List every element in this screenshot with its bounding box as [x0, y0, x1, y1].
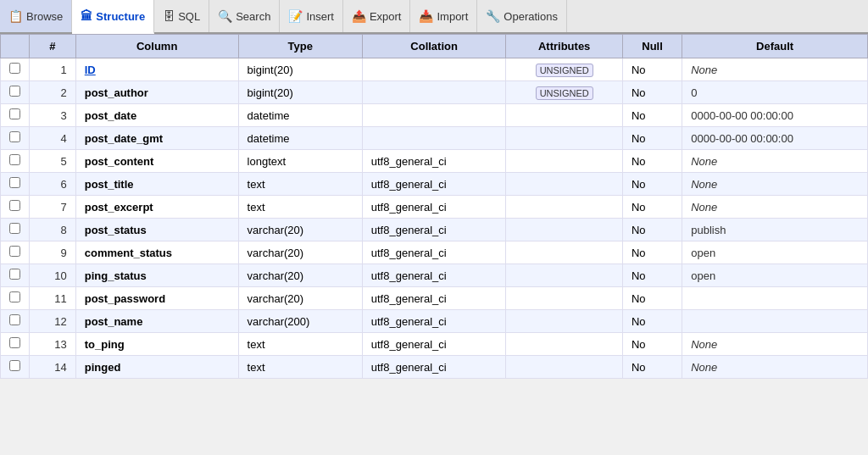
row-checkbox[interactable] — [9, 360, 20, 371]
row-null: No — [622, 241, 682, 264]
row-null: No — [622, 104, 682, 127]
tab-structure[interactable]: Structure — [72, 0, 154, 34]
row-column-name: post_excerpt — [75, 196, 238, 219]
row-type: text — [238, 173, 362, 196]
row-checkbox-cell — [1, 333, 30, 356]
row-checkbox[interactable] — [9, 154, 20, 165]
table-row: 12post_namevarchar(200)utf8_general_ciNo — [1, 310, 868, 333]
row-checkbox[interactable] — [9, 200, 20, 211]
row-num: 5 — [30, 150, 76, 173]
row-type: text — [238, 356, 362, 379]
row-null: No — [622, 150, 682, 173]
tab-import[interactable]: Import — [410, 0, 477, 32]
row-default: 0000-00-00 00:00:00 — [682, 127, 868, 150]
row-checkbox-cell — [1, 241, 30, 264]
row-attributes — [506, 150, 622, 173]
tab-browse[interactable]: Browse — [0, 0, 72, 32]
table-row: 5post_contentlongtextutf8_general_ciNoNo… — [1, 150, 868, 173]
tab-import-label: Import — [437, 10, 468, 23]
toolbar: Browse Structure SQL Search Insert Expor… — [0, 0, 868, 34]
row-column-name: post_password — [75, 287, 238, 310]
row-default: 0000-00-00 00:00:00 — [682, 104, 868, 127]
col-header-collation: Collation — [362, 35, 506, 58]
structure-table-container: # Column Type Collation Attributes Null … — [0, 34, 868, 379]
row-collation: utf8_general_ci — [362, 173, 506, 196]
row-null: No — [622, 310, 682, 333]
row-type: varchar(20) — [238, 287, 362, 310]
row-checkbox[interactable] — [9, 269, 20, 280]
tab-sql-label: SQL — [178, 10, 200, 23]
row-collation — [362, 81, 506, 104]
row-checkbox-cell — [1, 219, 30, 241]
row-num: 13 — [30, 333, 76, 356]
row-checkbox[interactable] — [9, 291, 20, 302]
row-checkbox[interactable] — [9, 108, 20, 119]
table-row: 3post_datedatetimeNo0000-00-00 00:00:00 — [1, 104, 868, 127]
export-icon — [352, 9, 366, 23]
row-checkbox[interactable] — [9, 86, 20, 97]
tab-export[interactable]: Export — [343, 0, 411, 32]
row-column-name: post_content — [75, 150, 238, 173]
row-type: bigint(20) — [238, 58, 362, 81]
row-num: 4 — [30, 127, 76, 150]
row-type: text — [238, 196, 362, 219]
row-checkbox[interactable] — [9, 223, 20, 234]
column-link[interactable]: ID — [85, 64, 96, 76]
row-column-name: post_date — [75, 104, 238, 127]
table-row: 13to_pingtextutf8_general_ciNoNone — [1, 333, 868, 356]
row-checkbox-cell — [1, 196, 30, 219]
col-header-checkbox — [1, 35, 30, 58]
row-checkbox[interactable] — [9, 246, 20, 257]
row-checkbox-cell — [1, 310, 30, 333]
tab-structure-label: Structure — [96, 10, 145, 23]
row-null: No — [622, 264, 682, 287]
row-type: varchar(20) — [238, 264, 362, 287]
row-column-name: ping_status — [75, 264, 238, 287]
row-attributes — [506, 219, 622, 241]
row-num: 11 — [30, 287, 76, 310]
row-checkbox[interactable] — [9, 337, 20, 348]
row-checkbox-cell — [1, 356, 30, 379]
row-type: datetime — [238, 127, 362, 150]
col-header-attributes: Attributes — [506, 35, 622, 58]
row-num: 1 — [30, 58, 76, 81]
tab-search[interactable]: Search — [209, 0, 280, 32]
row-checkbox[interactable] — [9, 314, 20, 325]
row-default: publish — [682, 219, 868, 241]
row-attributes — [506, 104, 622, 127]
row-collation: utf8_general_ci — [362, 196, 506, 219]
row-column-name[interactable]: ID — [75, 58, 238, 81]
table-row: 4post_date_gmtdatetimeNo0000-00-00 00:00… — [1, 127, 868, 150]
row-checkbox-cell — [1, 127, 30, 150]
table-row: 9comment_statusvarchar(20)utf8_general_c… — [1, 241, 868, 264]
row-checkbox-cell — [1, 81, 30, 104]
row-checkbox[interactable] — [9, 63, 20, 74]
table-row: 7post_excerpttextutf8_general_ciNoNone — [1, 196, 868, 219]
row-default: None — [682, 150, 868, 173]
row-default — [682, 310, 868, 333]
tab-operations-label: Operations — [504, 10, 558, 23]
row-attributes — [506, 241, 622, 264]
row-attributes: UNSIGNED — [506, 81, 622, 104]
row-column-name: post_title — [75, 173, 238, 196]
table-row: 11post_passwordvarchar(20)utf8_general_c… — [1, 287, 868, 310]
row-attributes — [506, 264, 622, 287]
row-checkbox[interactable] — [9, 177, 20, 188]
tab-sql[interactable]: SQL — [154, 0, 209, 32]
row-checkbox-cell — [1, 173, 30, 196]
row-checkbox[interactable] — [9, 131, 20, 142]
row-attributes — [506, 287, 622, 310]
tab-operations[interactable]: Operations — [477, 0, 567, 32]
row-type: bigint(20) — [238, 81, 362, 104]
row-default: 0 — [682, 81, 868, 104]
tab-insert[interactable]: Insert — [280, 0, 343, 32]
row-type: varchar(20) — [238, 241, 362, 264]
row-collation — [362, 127, 506, 150]
import-icon — [419, 9, 433, 23]
row-null: No — [622, 287, 682, 310]
row-type: text — [238, 333, 362, 356]
tab-browse-label: Browse — [26, 10, 63, 23]
row-column-name: post_date_gmt — [75, 127, 238, 150]
row-default: None — [682, 173, 868, 196]
table-row: 2post_authorbigint(20)UNSIGNEDNo0 — [1, 81, 868, 104]
